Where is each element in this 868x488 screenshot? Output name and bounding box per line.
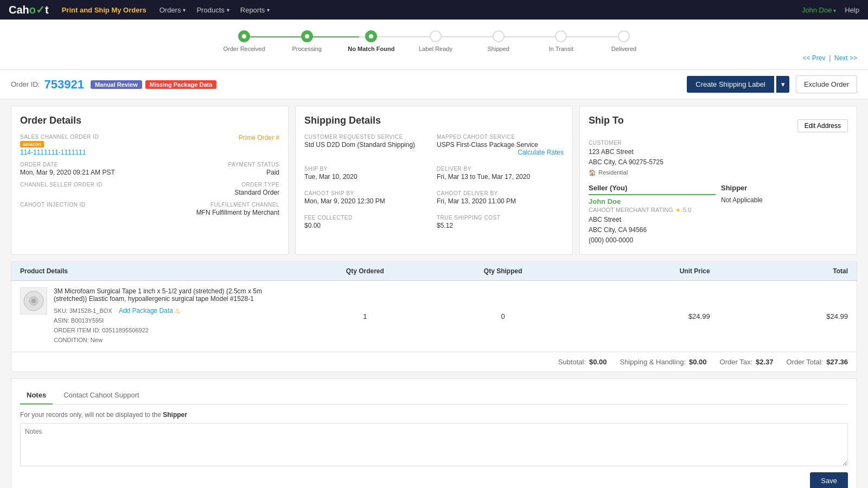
rating-value: 5.0 bbox=[683, 207, 691, 213]
edit-address-button[interactable]: Edit Address bbox=[797, 119, 848, 132]
step-circle-6 bbox=[618, 30, 630, 42]
col-total: Total bbox=[710, 267, 848, 275]
fee-collected: $0.00 bbox=[304, 222, 431, 229]
shipping-handling-value: $0.00 bbox=[689, 358, 707, 366]
notes-hint: For your records only, will not be displ… bbox=[20, 411, 848, 419]
help-link[interactable]: Help bbox=[845, 6, 859, 14]
exclude-order-button[interactable]: Exclude Order bbox=[796, 75, 857, 93]
step-label-6: Delivered bbox=[611, 46, 636, 52]
app-logo: Caho✓t bbox=[9, 3, 49, 16]
pagination: << Prev | Next >> bbox=[0, 52, 868, 64]
total-value: $24.99 bbox=[710, 312, 848, 320]
manual-review-badge: Manual Review bbox=[91, 80, 142, 89]
progress-step-4: Shipped bbox=[477, 30, 520, 52]
notes-section: Notes Contact Cahoot Support For your re… bbox=[11, 378, 857, 488]
page-title: Print and Ship My Orders bbox=[62, 6, 146, 14]
order-item-label: ORDER ITEM ID: bbox=[54, 327, 100, 333]
step-label-3: Label Ready bbox=[419, 46, 452, 52]
subtotal-value: $0.00 bbox=[589, 358, 607, 366]
order-date: Mon, Mar 9, 2020 09:21 AM PST bbox=[20, 169, 150, 176]
step-circle-2 bbox=[365, 30, 377, 42]
col-qty-shipped: Qty Shipped bbox=[434, 267, 572, 275]
step-label-4: Shipped bbox=[488, 46, 509, 52]
sku-value: 3M1528-1_BOX bbox=[69, 307, 112, 314]
nav-products[interactable]: Products bbox=[196, 6, 229, 14]
home-icon: 🏠 bbox=[589, 168, 596, 178]
ship-by: Tue, Mar 10, 2020 bbox=[304, 173, 431, 181]
address-line2: ABC City, CA 90275-5725 bbox=[589, 157, 848, 168]
subtotal-label: Subtotal: bbox=[558, 358, 586, 366]
order-actions: Create Shipping Label ▾ Exclude Order bbox=[687, 75, 857, 93]
rating-label: CAHOOT MERCHANT RATING bbox=[589, 207, 673, 213]
order-details-title: Order Details bbox=[20, 115, 279, 126]
order-id-value: 753921 bbox=[44, 78, 84, 92]
missing-package-badge: Missing Package Data bbox=[145, 80, 217, 89]
ship-by-label: SHIP BY bbox=[304, 166, 431, 172]
mapped-service: USPS First-Class Package Service bbox=[437, 141, 564, 149]
prev-link[interactable]: << Prev bbox=[802, 54, 825, 62]
shipping-details-card: Shipping Details CUSTOMER REQUESTED SERV… bbox=[295, 106, 573, 255]
unit-price-value: $24.99 bbox=[572, 312, 710, 320]
cards-row: Order Details SALES CHANNEL ORDER ID ama… bbox=[11, 106, 857, 255]
cahoot-ship-by: Mon, Mar 9, 2020 12:30 PM bbox=[304, 197, 431, 205]
step-circle-5 bbox=[555, 30, 567, 42]
seller-address2: ABC City, CA 94566 bbox=[589, 225, 716, 235]
notes-textarea[interactable] bbox=[20, 423, 848, 466]
nav-reports[interactable]: Reports bbox=[240, 6, 270, 14]
svg-point-2 bbox=[31, 299, 36, 303]
deliver-by: Fri, Mar 13 to Tue, Mar 17, 2020 bbox=[437, 173, 564, 181]
true-shipping-cost-label: TRUE SHIPPING COST bbox=[437, 215, 564, 221]
add-package-link[interactable]: Add Package Data bbox=[119, 307, 173, 314]
shipper-bold: Shipper bbox=[163, 411, 187, 419]
customer-service-label: CUSTOMER REQUESTED SERVICE bbox=[304, 134, 431, 140]
col-qty-ordered: Qty Ordered bbox=[296, 267, 434, 275]
asin-label: ASIN: bbox=[54, 317, 69, 324]
order-date-label: ORDER DATE bbox=[20, 162, 150, 168]
product-table: Product Details Qty Ordered Qty Shipped … bbox=[11, 261, 857, 372]
col-product: Product Details bbox=[20, 267, 296, 275]
shipping-handling-label: Shipping & Handling: bbox=[620, 358, 686, 366]
create-label-dropdown-button[interactable]: ▾ bbox=[776, 76, 789, 93]
product-info: 3M Microfoam Surgical Tape 1 inch x 5-1/… bbox=[20, 287, 296, 345]
order-details-card: Order Details SALES CHANNEL ORDER ID ama… bbox=[11, 106, 289, 255]
asin-value: B0013Y595I bbox=[71, 317, 104, 324]
shipper-label: Shipper bbox=[721, 184, 848, 192]
step-circle-1 bbox=[301, 30, 313, 42]
ship-to-card: Ship To Edit Address Customer 123 ABC St… bbox=[579, 106, 857, 255]
main-content: Order Details SALES CHANNEL ORDER ID ama… bbox=[0, 99, 868, 488]
progress-step-6: Delivered bbox=[602, 30, 646, 52]
nav-orders[interactable]: Orders bbox=[159, 6, 186, 14]
calculate-rates-link[interactable]: Calculate Rates bbox=[437, 149, 564, 156]
shipper-value: Not Applicable bbox=[721, 196, 848, 204]
cahoot-deliver-by: Fri, Mar 13, 2020 11:00 PM bbox=[437, 197, 564, 205]
support-tab[interactable]: Contact Cahoot Support bbox=[57, 388, 145, 404]
payment-status: Paid bbox=[150, 169, 279, 176]
col-unit-price: Unit Price bbox=[572, 267, 710, 275]
save-button[interactable]: Save bbox=[810, 472, 848, 488]
sku-label: SKU: bbox=[54, 307, 68, 314]
next-link[interactable]: Next >> bbox=[834, 54, 857, 62]
amazon-logo: amazon bbox=[20, 141, 44, 147]
customer-label: Customer bbox=[589, 140, 848, 146]
order-type-label: ORDER TYPE bbox=[150, 182, 279, 188]
order-tax-value: $2.37 bbox=[756, 358, 774, 366]
product-image bbox=[20, 287, 47, 314]
qty-ordered-value: 1 bbox=[296, 312, 434, 320]
product-meta: SKU: 3M1528-1_BOX Add Package Data ⚠ ASI… bbox=[54, 306, 296, 345]
order-number[interactable]: 114-1111111-1111111 bbox=[20, 149, 150, 156]
product-table-header: Product Details Qty Ordered Qty Shipped … bbox=[11, 262, 857, 281]
step-label-0: Order Received bbox=[223, 46, 265, 52]
notes-tab[interactable]: Notes bbox=[20, 388, 53, 404]
step-circle-4 bbox=[493, 30, 505, 42]
product-name: 3M Microfoam Surgical Tape 1 inch x 5-1/… bbox=[54, 287, 296, 303]
user-menu[interactable]: John Doe bbox=[802, 6, 836, 14]
create-shipping-label-button[interactable]: Create Shipping Label bbox=[687, 76, 774, 93]
order-total-value: $27.36 bbox=[826, 358, 848, 366]
residential-badge: 🏠 Residential bbox=[589, 168, 628, 178]
seller-name: John Doe bbox=[589, 197, 716, 206]
channel-seller-label: CHANNEL SELLER ORDER ID bbox=[20, 182, 150, 188]
notes-tabs: Notes Contact Cahoot Support bbox=[20, 388, 848, 404]
warning-icon: ⚠ bbox=[175, 307, 180, 314]
cahoot-ship-by-label: CAHOOT SHIP BY bbox=[304, 190, 431, 196]
order-total-label: Order Total: bbox=[787, 358, 824, 366]
